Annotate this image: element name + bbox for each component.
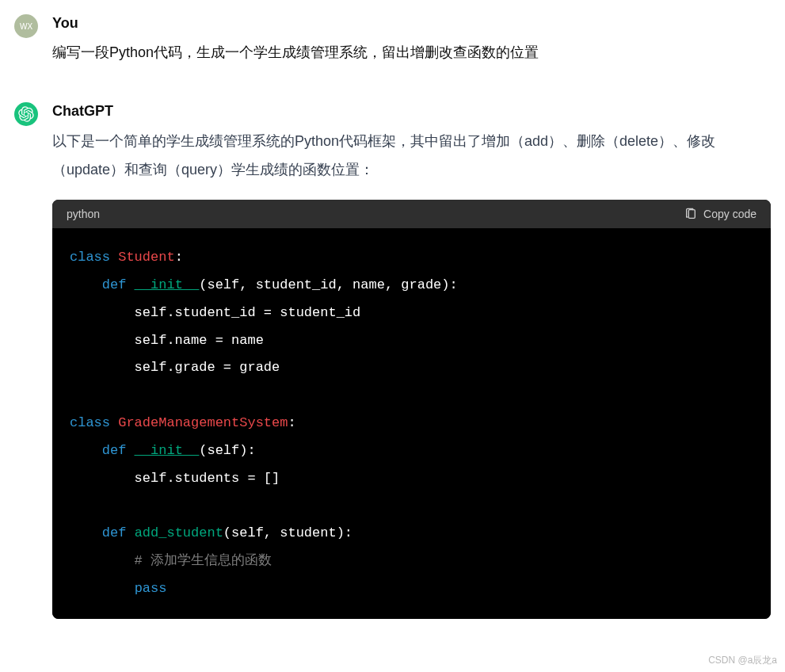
user-author: You xyxy=(52,14,771,32)
clipboard-icon xyxy=(684,208,697,220)
assistant-author: ChatGPT xyxy=(52,102,771,120)
code-token: self.name = name xyxy=(70,333,264,348)
code-token: (self): xyxy=(199,443,255,458)
user-avatar: WX xyxy=(14,14,38,38)
code-token: def xyxy=(102,443,127,458)
copy-code-button[interactable]: Copy code xyxy=(684,208,756,220)
assistant-avatar xyxy=(14,102,38,126)
code-token: add_student xyxy=(135,525,223,540)
user-message-content: You 编写一段Python代码，生成一个学生成绩管理系统，留出增删改查函数的位… xyxy=(52,14,771,67)
watermark: CSDN @a辰龙a xyxy=(708,654,777,667)
code-body[interactable]: class Student: def __init__(self, studen… xyxy=(52,228,771,619)
code-token: class xyxy=(70,415,110,430)
assistant-message-content: ChatGPT 以下是一个简单的学生成绩管理系统的Python代码框架，其中留出… xyxy=(52,102,771,619)
code-token: def xyxy=(102,525,127,540)
code-token: def xyxy=(102,277,127,292)
assistant-message: ChatGPT 以下是一个简单的学生成绩管理系统的Python代码框架，其中留出… xyxy=(14,102,771,619)
copy-code-label: Copy code xyxy=(703,208,756,220)
code-header: python Copy code xyxy=(52,200,771,228)
avatar-initials: WX xyxy=(20,22,32,31)
code-token: __init__ xyxy=(135,277,200,292)
code-token: (self, student): xyxy=(223,525,352,540)
user-message: WX You 编写一段Python代码，生成一个学生成绩管理系统，留出增删改查函… xyxy=(14,14,771,67)
code-token: class xyxy=(70,250,110,265)
code-token: self.students = [] xyxy=(70,471,280,486)
code-token: GradeManagementSystem xyxy=(118,415,288,430)
code-token: self.grade = grade xyxy=(70,360,280,375)
code-language-label: python xyxy=(67,208,100,220)
code-token: : xyxy=(288,415,295,430)
user-text: 编写一段Python代码，生成一个学生成绩管理系统，留出增删改查函数的位置 xyxy=(52,39,771,66)
code-token: : xyxy=(175,250,183,265)
code-token: self.student_id = student_id xyxy=(70,305,360,320)
code-token: # 添加学生信息的函数 xyxy=(70,553,272,568)
svg-rect-0 xyxy=(688,210,695,219)
code-block: python Copy code class Student: def __in… xyxy=(52,200,771,619)
chatgpt-logo-icon xyxy=(18,106,34,122)
code-token: (self, student_id, name, grade): xyxy=(199,277,457,292)
code-token: Student xyxy=(118,250,174,265)
code-token: pass xyxy=(135,581,167,596)
code-token: __init__ xyxy=(135,443,200,458)
assistant-text: 以下是一个简单的学生成绩管理系统的Python代码框架，其中留出了增加（add）… xyxy=(52,127,771,184)
